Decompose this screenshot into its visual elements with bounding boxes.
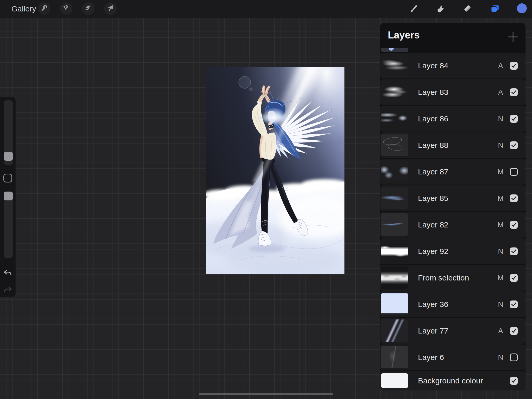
add-layer-button[interactable] — [507, 31, 519, 43]
visibility-checkbox[interactable] — [510, 300, 518, 308]
layer-thumbnail[interactable] — [381, 213, 408, 236]
layer-row[interactable]: Layer 84 A — [380, 53, 526, 79]
smudge-finger-icon — [436, 3, 445, 14]
layer-name: Layer 36 — [418, 291, 448, 317]
layer-thumbnail[interactable] — [381, 319, 408, 342]
brush-size-handle[interactable] — [4, 152, 13, 161]
undo-button[interactable] — [3, 270, 12, 277]
layer-row[interactable]: Layer 36 N — [380, 291, 526, 317]
layer-name: Layer 84 — [418, 53, 448, 79]
layer-name: Layer 6 — [418, 344, 444, 370]
procreate-workspace: Gallery — [0, 0, 532, 399]
top-toolbar: Gallery — [0, 0, 532, 18]
side-toolbar — [0, 97, 16, 297]
blend-mode-letter[interactable]: M — [494, 185, 507, 211]
redo-button[interactable] — [3, 286, 12, 294]
blend-mode-letter[interactable]: A — [494, 318, 507, 344]
layer-row[interactable]: Layer 85 M — [380, 185, 526, 211]
blend-mode-letter[interactable]: A — [494, 79, 507, 105]
layer-row[interactable]: From selection M — [380, 265, 526, 291]
color-circle-icon — [517, 3, 527, 15]
modify-button[interactable] — [3, 174, 12, 182]
selection-button[interactable] — [82, 2, 95, 15]
layer-thumbnail[interactable] — [381, 81, 408, 103]
layer-row[interactable]: Layer 86 N — [380, 106, 526, 132]
layers-icon — [490, 3, 500, 15]
layer-thumbnail[interactable] — [381, 293, 408, 315]
layer-thumbnail[interactable] — [381, 134, 408, 156]
layer-thumbnail[interactable] — [381, 107, 408, 130]
layer-name: Layer 87 — [418, 159, 448, 185]
adjustments-button[interactable] — [60, 2, 72, 15]
visibility-checkbox[interactable] — [510, 274, 518, 282]
layer-thumbnail[interactable] — [381, 346, 408, 368]
layer-list: Layer 84 A Layer 83 A Layer 86 N Layer 8… — [380, 53, 526, 391]
blend-mode-letter[interactable] — [494, 371, 507, 390]
layer-thumbnail[interactable] — [381, 187, 408, 209]
selection-s-icon — [84, 4, 92, 13]
undo-icon — [3, 274, 12, 278]
layer-thumbnail[interactable] — [381, 54, 408, 77]
smudge-tool-button[interactable] — [435, 4, 446, 14]
visibility-checkbox[interactable] — [510, 141, 518, 149]
blend-mode-letter[interactable]: A — [494, 53, 507, 79]
layer-name: Layer 92 — [418, 238, 448, 264]
visibility-checkbox[interactable] — [510, 194, 518, 202]
color-tool-button[interactable] — [517, 4, 527, 14]
blend-mode-letter[interactable]: N — [494, 132, 507, 158]
transform-button[interactable] — [104, 2, 117, 15]
blend-mode-letter[interactable]: N — [494, 291, 507, 317]
brush-icon — [409, 3, 419, 14]
opacity-handle[interactable] — [4, 192, 13, 200]
opacity-slider[interactable] — [4, 192, 13, 258]
brush-size-slider[interactable] — [4, 100, 13, 165]
layer-row[interactable]: Background colour — [380, 371, 526, 390]
transform-arrow-icon — [107, 4, 114, 13]
plus-icon — [507, 39, 519, 43]
layer-thumbnail[interactable] — [381, 266, 408, 289]
blend-mode-letter[interactable]: N — [494, 344, 507, 370]
layer-row[interactable]: Layer 77 A — [380, 318, 526, 344]
layer-row[interactable]: Layer 6 N — [380, 344, 526, 370]
layer-row[interactable]: Layer 92 N — [380, 238, 526, 264]
layer-thumbnail[interactable] — [381, 160, 408, 183]
layer-name: Layer 77 — [418, 318, 448, 344]
layer-name: Background colour — [418, 371, 483, 390]
erase-tool-button[interactable] — [462, 4, 473, 14]
layers-panel-header: Layers — [380, 23, 526, 52]
layer-name: Layer 88 — [418, 132, 448, 158]
home-indicator[interactable] — [199, 393, 333, 395]
layer-row[interactable]: Layer 87 M — [380, 159, 526, 185]
layer-row[interactable]: Layer 82 M — [380, 212, 526, 238]
paint-tool-button[interactable] — [409, 4, 419, 14]
visibility-checkbox[interactable] — [510, 247, 518, 255]
blend-mode-letter[interactable]: M — [494, 159, 507, 185]
blend-mode-letter[interactable]: M — [494, 265, 507, 291]
actions-button[interactable] — [38, 2, 50, 15]
gallery-button[interactable]: Gallery — [11, 0, 36, 18]
blend-mode-letter[interactable]: M — [494, 212, 507, 238]
partial-layer-thumbnail — [389, 48, 394, 51]
layer-row[interactable]: Layer 88 N — [380, 132, 526, 158]
layer-name: Layer 86 — [418, 106, 448, 132]
visibility-checkbox[interactable] — [510, 221, 518, 229]
blend-mode-letter[interactable]: N — [494, 238, 507, 264]
layers-panel-title: Layers — [388, 30, 420, 41]
blend-mode-letter[interactable]: N — [494, 106, 507, 132]
layer-thumbnail[interactable] — [381, 373, 408, 388]
visibility-checkbox[interactable] — [510, 115, 518, 123]
visibility-checkbox[interactable] — [510, 354, 518, 361]
visibility-checkbox[interactable] — [510, 62, 518, 70]
redo-icon — [3, 291, 12, 295]
wrench-icon — [40, 4, 48, 13]
visibility-checkbox[interactable] — [510, 168, 518, 176]
layer-row-partial[interactable] — [381, 48, 408, 52]
visibility-checkbox[interactable] — [510, 377, 518, 385]
layer-name: Layer 82 — [418, 212, 448, 238]
layer-thumbnail[interactable] — [381, 240, 408, 262]
artwork-canvas[interactable] — [206, 67, 344, 274]
visibility-checkbox[interactable] — [510, 327, 518, 335]
layer-row[interactable]: Layer 83 A — [380, 79, 526, 105]
layers-tool-button[interactable] — [490, 4, 500, 14]
visibility-checkbox[interactable] — [510, 88, 518, 96]
